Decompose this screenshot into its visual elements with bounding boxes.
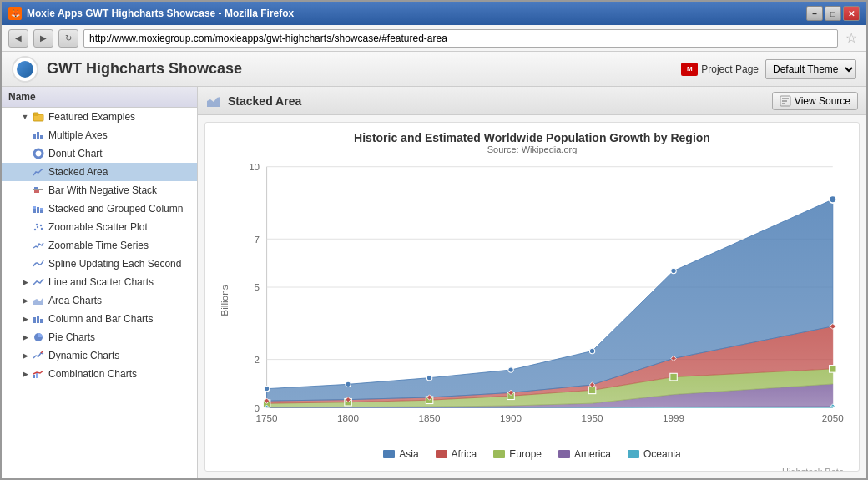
sidebar-cat-label: Line and Scatter Charts bbox=[48, 276, 154, 288]
svg-rect-68 bbox=[830, 366, 836, 373]
moxie-logo-icon: M bbox=[681, 63, 698, 76]
chart-panel-title: Stacked Area bbox=[228, 94, 772, 108]
svg-point-18 bbox=[41, 228, 43, 230]
sidebar-cat-label: Area Charts bbox=[48, 295, 102, 306]
svg-rect-8 bbox=[34, 190, 39, 193]
svg-point-5 bbox=[34, 149, 43, 158]
svg-text:10: 10 bbox=[249, 161, 260, 172]
view-source-button[interactable]: View Source bbox=[772, 92, 858, 110]
project-page-button[interactable]: M Project Page bbox=[681, 63, 759, 76]
svg-point-61 bbox=[830, 196, 836, 204]
svg-rect-11 bbox=[37, 207, 39, 213]
legend-label-america: America bbox=[574, 448, 611, 460]
sidebar-item-donut-chart[interactable]: Donut Chart bbox=[2, 144, 197, 163]
bar-neg-icon bbox=[32, 184, 45, 197]
chart-title-block: Historic and Estimated Worldwide Populat… bbox=[214, 131, 850, 154]
sidebar-cat-column-bar[interactable]: ▶ Column and Bar Charts bbox=[2, 310, 197, 328]
legend-swatch-africa bbox=[436, 450, 447, 458]
sidebar-cat-label: Dynamic Charts bbox=[48, 350, 119, 361]
svg-text:1850: 1850 bbox=[419, 412, 441, 423]
column-bar-icon bbox=[32, 312, 45, 326]
chart-area: Stacked Area View Source Historic and Es… bbox=[198, 87, 866, 478]
legend-swatch-america bbox=[558, 450, 570, 458]
sidebar: Name ▼ Featured Examples Multiple Axes bbox=[2, 87, 198, 478]
sidebar-item-multiple-axes[interactable]: Multiple Axes bbox=[2, 126, 197, 144]
sidebar-cat-label: Combination Charts bbox=[48, 368, 137, 380]
source-icon bbox=[780, 95, 791, 107]
svg-rect-22 bbox=[40, 319, 43, 323]
view-source-label: View Source bbox=[795, 95, 850, 107]
svg-text:Billions: Billions bbox=[219, 285, 230, 316]
chart-header: Stacked Area View Source bbox=[198, 87, 866, 115]
chart-type-icon bbox=[206, 93, 221, 109]
maximize-button[interactable]: □ bbox=[825, 6, 841, 21]
svg-rect-3 bbox=[37, 132, 39, 139]
folder-icon bbox=[32, 110, 45, 124]
theme-selector[interactable]: Default Theme Dark Theme Light Theme bbox=[765, 59, 856, 79]
svg-rect-7 bbox=[34, 187, 38, 189]
svg-marker-26 bbox=[207, 97, 220, 107]
sidebar-cat-label: Pie Charts bbox=[48, 331, 95, 343]
scatter-icon bbox=[32, 220, 45, 234]
bookmark-star-icon[interactable]: ☆ bbox=[843, 30, 860, 47]
svg-text:2: 2 bbox=[255, 354, 260, 365]
close-button[interactable]: ✕ bbox=[843, 6, 860, 21]
url-input[interactable]: http://www.moxiegroup.com/moxieapps/gwt-… bbox=[83, 29, 838, 48]
svg-text:1900: 1900 bbox=[500, 412, 522, 423]
svg-rect-12 bbox=[40, 210, 43, 213]
sidebar-cat-combination[interactable]: ▶ Combination Charts bbox=[2, 365, 197, 383]
sidebar-featured-group[interactable]: ▼ Featured Examples bbox=[2, 108, 197, 126]
sidebar-item-bar-negative[interactable]: Bar With Negative Stack bbox=[2, 181, 197, 200]
svg-marker-19 bbox=[33, 297, 43, 305]
sidebar-cat-line-scatter[interactable]: ▶ Line and Scatter Charts bbox=[2, 273, 197, 291]
svg-point-16 bbox=[36, 224, 38, 225]
svg-text:1800: 1800 bbox=[337, 412, 359, 423]
refresh-button[interactable]: ↻ bbox=[58, 29, 78, 48]
svg-rect-25 bbox=[36, 373, 38, 378]
svg-point-56 bbox=[346, 381, 351, 387]
svg-rect-2 bbox=[33, 134, 36, 139]
sidebar-item-stacked-grouped[interactable]: Stacked and Grouped Column bbox=[2, 200, 197, 218]
svg-text:1750: 1750 bbox=[256, 412, 278, 423]
sidebar-item-stacked-area[interactable]: Stacked Area bbox=[2, 163, 197, 181]
window-title: Moxie Apps GWT Highcharts Showcase - Moz… bbox=[27, 8, 806, 19]
svg-point-57 bbox=[426, 375, 431, 380]
sidebar-cat-dynamic[interactable]: ▶ Dynamic Charts bbox=[2, 346, 197, 365]
svg-rect-13 bbox=[40, 208, 43, 210]
svg-rect-20 bbox=[33, 317, 36, 323]
svg-text:5: 5 bbox=[255, 281, 260, 292]
line-scatter-icon bbox=[32, 275, 45, 289]
svg-point-58 bbox=[508, 367, 513, 372]
sidebar-item-scatter[interactable]: Zoomable Scatter Plot bbox=[2, 218, 197, 236]
chart-container: Historic and Estimated Worldwide Populat… bbox=[204, 122, 860, 472]
svg-rect-6 bbox=[33, 189, 43, 190]
area-cat-icon bbox=[32, 294, 45, 307]
sidebar-item-time-series[interactable]: Zoomable Time Series bbox=[2, 236, 197, 255]
legend-oceania: Oceania bbox=[628, 448, 681, 460]
expand-icon: ▼ bbox=[18, 110, 32, 124]
sidebar-item-label: Donut Chart bbox=[48, 148, 103, 159]
project-page-label: Project Page bbox=[701, 63, 759, 75]
sidebar-cat-label: Column and Bar Charts bbox=[48, 313, 153, 325]
sidebar-cat-pie[interactable]: ▶ Pie Charts bbox=[2, 328, 197, 346]
sidebar-item-spline[interactable]: Spline Updating Each Second bbox=[2, 255, 197, 273]
sidebar-item-label: Spline Updating Each Second bbox=[48, 258, 181, 270]
forward-button[interactable]: ▶ bbox=[33, 29, 53, 48]
sidebar-item-label: Multiple Axes bbox=[48, 129, 108, 141]
area-chart-icon bbox=[32, 165, 45, 179]
app-title: GWT Highcharts Showcase bbox=[47, 60, 681, 78]
expand-icon: ▶ bbox=[18, 367, 32, 381]
minimize-button[interactable]: – bbox=[806, 6, 823, 21]
sidebar-item-label: Zoomable Scatter Plot bbox=[48, 221, 148, 233]
dynamic-icon bbox=[32, 349, 45, 362]
back-button[interactable]: ◀ bbox=[8, 29, 28, 48]
legend-europe: Europe bbox=[493, 448, 542, 460]
sidebar-cat-area[interactable]: ▶ Area Charts bbox=[2, 291, 197, 310]
svg-point-55 bbox=[264, 386, 269, 391]
svg-rect-4 bbox=[40, 135, 43, 139]
svg-point-15 bbox=[37, 226, 38, 228]
chart-title: Historic and Estimated Worldwide Populat… bbox=[214, 131, 850, 144]
svg-point-17 bbox=[40, 225, 42, 226]
legend-america: America bbox=[558, 448, 611, 460]
sidebar-item-label: Zoomable Time Series bbox=[48, 240, 149, 251]
